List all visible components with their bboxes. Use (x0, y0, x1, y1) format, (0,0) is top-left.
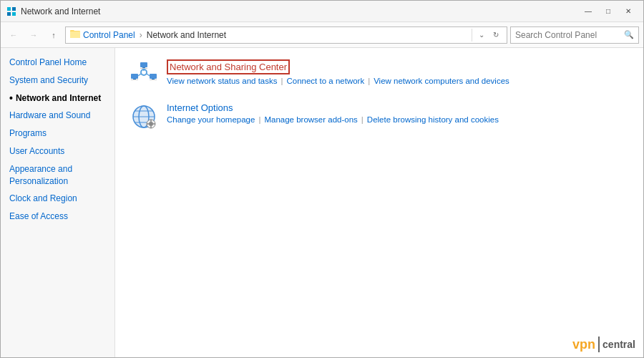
close-button[interactable]: ✕ (619, 4, 638, 19)
sidebar-item-label: User Accounts (9, 145, 64, 158)
search-icon: 🔍 (624, 30, 634, 39)
link-separator: | (368, 77, 370, 85)
view-network-computers-link[interactable]: View network computers and devices (374, 77, 509, 85)
central-text: central (602, 339, 635, 350)
sidebar-item-label: Ease of Access (9, 211, 68, 223)
main-window: Network and Internet — □ ✕ ← → ↑ Control… (0, 0, 644, 358)
active-bullet: • (9, 92, 13, 105)
svg-point-25 (149, 122, 153, 126)
vpn-watermark: vpn central (572, 337, 635, 352)
sidebar-item-network-and-internet[interactable]: •Network and Internet (1, 90, 114, 107)
link-separator: | (361, 115, 364, 124)
internet-options-links: Change your homepage | Manage browser ad… (167, 115, 629, 124)
internet-options-title-link[interactable]: Internet Options (167, 102, 629, 113)
refresh-button[interactable]: ↻ (489, 29, 502, 42)
forward-button[interactable]: → (25, 26, 42, 44)
sidebar-item-label: Programs (9, 127, 47, 140)
change-homepage-link[interactable]: Change your homepage (167, 115, 255, 124)
content-area: Network and Sharing CenterView network s… (115, 48, 643, 357)
content-item-network-sharing-center: Network and Sharing CenterView network s… (130, 59, 629, 88)
title-bar: Network and Internet — □ ✕ (1, 1, 643, 22)
internet-options-text: Internet OptionsChange your homepage | M… (167, 102, 629, 124)
svg-rect-7 (150, 74, 157, 79)
network-sharing-center-title-link[interactable]: Network and Sharing Center (167, 59, 290, 74)
sidebar-item-label: Clock and Region (9, 193, 77, 205)
sidebar: Control Panel HomeSystem and Security•Ne… (1, 48, 115, 357)
sidebar-item-programs[interactable]: Programs (1, 125, 114, 142)
dropdown-button[interactable]: ⌄ (475, 29, 488, 42)
back-button[interactable]: ← (5, 26, 22, 44)
address-path: Control Panel › Network and Internet (70, 29, 472, 40)
internet-options-icon (130, 102, 158, 131)
address-bar: ← → ↑ Control Panel › Network and Intern… (1, 22, 643, 48)
sidebar-item-label: Hardware and Sound (9, 110, 90, 122)
svg-rect-0 (7, 7, 11, 11)
vpn-text: vpn (572, 337, 595, 352)
sidebar-item-label: System and Security (9, 74, 88, 87)
svg-rect-4 (131, 74, 138, 79)
window-icon (6, 6, 16, 16)
sidebar-item-control-panel-home[interactable]: Control Panel Home (1, 54, 114, 72)
search-box[interactable]: 🔍 (510, 26, 639, 44)
window-title: Network and Internet (21, 6, 100, 16)
view-network-status-link[interactable]: View network status and tasks (167, 77, 277, 85)
network-sharing-center-links: View network status and tasks | Connect … (167, 77, 629, 85)
up-button[interactable]: ↑ (45, 26, 62, 44)
sidebar-item-label: Network and Internet (16, 92, 101, 105)
watermark-divider (598, 337, 600, 352)
link-separator: | (258, 115, 260, 124)
connect-to-network-link[interactable]: Connect to a network (286, 77, 364, 85)
svg-rect-16 (140, 68, 147, 69)
delete-browsing-history-link[interactable]: Delete browsing history and cookies (367, 115, 499, 124)
network-sharing-center-text: Network and Sharing CenterView network s… (167, 59, 629, 85)
sidebar-item-label: Appearance and Personalization (9, 163, 106, 188)
main-area: Control Panel HomeSystem and Security•Ne… (1, 48, 643, 357)
sidebar-item-hardware-and-sound[interactable]: Hardware and Sound (1, 107, 114, 125)
current-path: Network and Internet (147, 30, 226, 40)
svg-rect-2 (7, 12, 11, 16)
sidebar-item-clock-and-region[interactable]: Clock and Region (1, 190, 114, 208)
minimize-button[interactable]: — (579, 4, 597, 19)
content-item-internet-options: Internet OptionsChange your homepage | M… (130, 102, 629, 131)
sidebar-item-appearance-and-personalization[interactable]: Appearance and Personalization (1, 160, 114, 190)
sidebar-item-label: Control Panel Home (9, 57, 87, 69)
address-bar-input[interactable]: Control Panel › Network and Internet ⌄ ↻ (65, 26, 507, 44)
control-panel-link[interactable]: Control Panel (83, 30, 135, 40)
svg-rect-9 (150, 79, 157, 80)
maximize-button[interactable]: □ (599, 4, 618, 19)
link-separator: | (280, 77, 283, 85)
network-sharing-center-icon (130, 59, 158, 88)
svg-rect-1 (12, 7, 16, 11)
svg-rect-6 (131, 79, 138, 80)
manage-browser-addons-link[interactable]: Manage browser add-ons (264, 115, 357, 124)
sidebar-item-ease-of-access[interactable]: Ease of Access (1, 208, 114, 226)
title-bar-left: Network and Internet (6, 6, 100, 16)
svg-line-12 (138, 74, 141, 76)
search-input[interactable] (515, 30, 624, 40)
folder-icon (70, 29, 80, 40)
window-controls: — □ ✕ (579, 4, 638, 19)
network-sharing-center-title: Network and Sharing Center (167, 59, 629, 74)
sidebar-item-user-accounts[interactable]: User Accounts (1, 142, 114, 160)
svg-line-13 (147, 74, 150, 76)
svg-rect-3 (12, 12, 16, 16)
sidebar-item-system-and-security[interactable]: System and Security (1, 72, 114, 90)
svg-rect-14 (140, 62, 147, 67)
